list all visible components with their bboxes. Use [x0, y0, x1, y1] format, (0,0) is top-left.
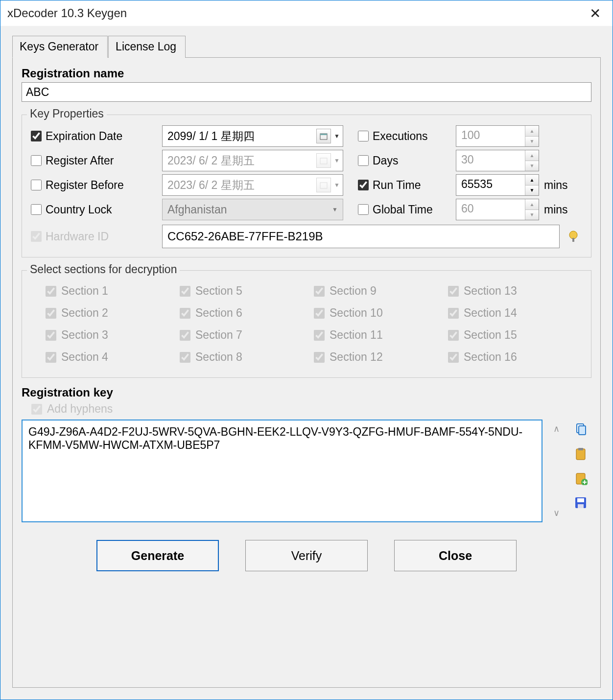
section-label: Section 8	[195, 350, 242, 364]
window-title: xDecoder 10.3 Keygen	[7, 6, 585, 20]
section-item: Section 15	[448, 328, 567, 342]
verify-button[interactable]: Verify	[245, 540, 368, 571]
registration-name-input[interactable]	[22, 82, 591, 102]
chevron-down-icon: ▼	[334, 182, 340, 188]
section-label: Section 1	[61, 284, 108, 298]
svg-point-4	[569, 231, 577, 239]
tab-keys-generator[interactable]: Keys Generator	[12, 36, 108, 58]
section-checkbox	[46, 308, 56, 319]
global-time-checkbox[interactable]	[358, 204, 369, 215]
section-item: Section 10	[314, 306, 433, 320]
section-checkbox	[448, 352, 459, 363]
section-item: Section 3	[46, 328, 165, 342]
button-row: Generate Verify Close	[22, 540, 591, 571]
spin-up-icon[interactable]: ▲	[525, 150, 539, 161]
section-label: Section 11	[330, 328, 383, 342]
section-label: Section 2	[61, 306, 108, 320]
section-checkbox	[314, 352, 325, 363]
expiration-date-picker[interactable]: 2099/ 1/ 1 星期四 ▼	[162, 125, 343, 147]
section-label: Section 14	[464, 306, 517, 320]
register-after-picker: 2023/ 6/ 2 星期五 ▼	[162, 150, 343, 171]
registration-key-label: Registration key	[22, 386, 591, 399]
tab-license-log[interactable]: License Log	[108, 36, 186, 58]
svg-rect-5	[572, 238, 574, 242]
tab-body: Registration name Key Properties Expirat…	[12, 57, 601, 688]
svg-rect-3	[320, 183, 327, 188]
paste-icon[interactable]	[572, 445, 589, 463]
executions-checkbox[interactable]	[358, 131, 369, 141]
section-label: Section 12	[330, 350, 383, 364]
section-checkbox	[180, 308, 190, 319]
country-lock-label: Country Lock	[46, 203, 112, 216]
section-label: Section 4	[61, 350, 108, 364]
run-time-label: Run Time	[373, 179, 421, 192]
section-label: Section 6	[195, 306, 242, 320]
section-checkbox	[180, 286, 190, 297]
add-hyphens-checkbox	[31, 404, 42, 415]
scroll-up-icon[interactable]: ∧	[553, 423, 560, 434]
country-lock-combo: Afghanistan ▼	[162, 199, 343, 220]
section-label: Section 16	[464, 350, 517, 364]
section-checkbox	[46, 330, 56, 341]
calendar-icon[interactable]	[316, 129, 331, 143]
add-icon[interactable]	[572, 469, 589, 487]
save-icon[interactable]	[572, 494, 589, 512]
section-item: Section 2	[46, 306, 165, 320]
section-label: Section 3	[61, 328, 108, 342]
chevron-down-icon[interactable]: ▼	[334, 133, 340, 140]
spin-up-icon[interactable]: ▲	[525, 175, 539, 186]
section-label: Section 15	[464, 328, 517, 342]
close-icon[interactable]: ✕	[585, 5, 606, 22]
section-label: Section 9	[330, 284, 377, 298]
spin-down-icon[interactable]: ▼	[525, 210, 539, 220]
hardware-id-checkbox	[31, 231, 42, 242]
run-time-spinner[interactable]: 65535 ▲▼	[456, 174, 539, 196]
textarea-scrollbar[interactable]: ∧ ∨	[549, 420, 563, 522]
hardware-id-label: Hardware ID	[46, 230, 109, 243]
register-after-checkbox[interactable]	[31, 155, 42, 166]
svg-rect-14	[578, 504, 584, 508]
tabs: Keys Generator License Log	[12, 36, 601, 58]
section-item: Section 11	[314, 328, 433, 342]
sections-group: Select sections for decryption Section 1…	[22, 270, 591, 378]
executions-spinner[interactable]: 100 ▲▼	[456, 125, 539, 147]
spin-up-icon[interactable]: ▲	[525, 126, 539, 137]
register-after-label: Register After	[46, 154, 114, 167]
global-time-spinner[interactable]: 60 ▲▼	[456, 199, 539, 220]
country-lock-checkbox[interactable]	[31, 204, 42, 215]
section-item: Section 14	[448, 306, 567, 320]
section-item: Section 1	[46, 284, 165, 298]
section-checkbox	[46, 286, 56, 297]
section-item: Section 4	[46, 350, 165, 364]
scroll-down-icon[interactable]: ∨	[553, 508, 560, 518]
register-before-checkbox[interactable]	[31, 180, 42, 190]
spin-up-icon[interactable]: ▲	[525, 199, 539, 210]
hardware-id-input[interactable]	[162, 225, 560, 248]
spin-down-icon[interactable]: ▼	[525, 137, 539, 147]
generate-button[interactable]: Generate	[96, 540, 219, 571]
app-window: xDecoder 10.3 Keygen ✕ Keys Generator Li…	[0, 0, 613, 700]
register-before-picker: 2023/ 6/ 2 星期五 ▼	[162, 174, 343, 196]
svg-rect-13	[577, 498, 584, 502]
calendar-icon	[316, 153, 331, 168]
section-checkbox	[314, 330, 325, 341]
section-label: Section 13	[464, 284, 517, 298]
svg-rect-1	[320, 134, 327, 135]
section-item: Section 8	[180, 350, 299, 364]
run-time-checkbox[interactable]	[358, 180, 369, 190]
section-checkbox	[314, 308, 325, 319]
close-button[interactable]: Close	[394, 540, 517, 571]
executions-label: Executions	[373, 130, 428, 143]
paste-hwid-icon[interactable]	[565, 228, 582, 245]
days-spinner[interactable]: 30 ▲▼	[456, 150, 539, 171]
registration-key-textarea[interactable]: G49J-Z96A-A4D2-F2UJ-5WRV-5QVA-BGHN-EEK2-…	[22, 420, 542, 522]
svg-rect-8	[576, 449, 585, 460]
copy-icon[interactable]	[572, 420, 589, 438]
days-checkbox[interactable]	[358, 155, 369, 166]
expiration-date-checkbox[interactable]	[31, 131, 42, 141]
section-item: Section 12	[314, 350, 433, 364]
spin-down-icon[interactable]: ▼	[525, 186, 539, 196]
days-label: Days	[373, 154, 398, 167]
add-hyphens-label: Add hyphens	[47, 402, 113, 416]
spin-down-icon[interactable]: ▼	[525, 161, 539, 171]
